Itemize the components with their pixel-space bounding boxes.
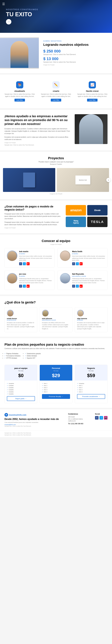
testimonial-text-0: Excepteur sint occaecat proident. Curabi…: [7, 322, 35, 330]
team-card-2: jon ross DISEÑO Pellentesque blandit met…: [5, 271, 55, 290]
testimonials-title: ¿Qué dice la gente?: [5, 300, 107, 304]
about-image-caption: Imagen de Freepik: [43, 64, 107, 66]
feature-icon-2: 📈: [89, 81, 96, 88]
pricing-per-f3: vino 3: [42, 389, 70, 390]
mission-desc2: Excepteur sint occaecat proident, sunt i…: [5, 136, 70, 141]
team-desc-3: Pellentesque blandit metus proin ut. Sus…: [72, 278, 105, 284]
footer-email[interactable]: muestra@info.com: [5, 424, 65, 426]
pricing-btn-free[interactable]: Seguir gratis →: [7, 396, 35, 401]
pricing-per-f1: vino 1: [42, 385, 70, 386]
team-desc-0: More lorem ipsum dolor mollis sit amet. …: [19, 255, 52, 262]
feature-btn-1[interactable]: Leer Más: [51, 99, 61, 102]
footer-logo-icon: ✉: [5, 413, 8, 416]
pricing-pro-f2: vino 2: [77, 387, 105, 388]
feature-btn-2[interactable]: Leer Más: [87, 99, 97, 102]
partner-logo-tesla: TESLA: [87, 217, 107, 227]
testimonial-name-0: estela larson: [7, 318, 35, 320]
feature-text-0: Sample text. Click to select the text bo…: [5, 93, 35, 98]
team-card-3: Neil Reynolds DESARROLLADOR Pellentesque…: [57, 271, 107, 290]
footer-social-title: Social: [95, 413, 107, 415]
team-tw-3[interactable]: t: [76, 285, 79, 288]
pricing-btn-pro[interactable]: Proceder anualmente →: [77, 394, 105, 399]
pricing-btn-personal[interactable]: Procesar Anually →: [42, 394, 70, 399]
footer-sample: Sample text. Click to select the Text El…: [5, 426, 65, 427]
feature-text-1: Sample text. Click to select the text bo…: [41, 93, 71, 98]
team-yt-3[interactable]: ▶: [80, 285, 83, 288]
pricing-plan-name-2: Negocio: [77, 367, 105, 369]
pricing-free-f1: Canales: [7, 385, 35, 386]
pricing-intro: Comience a utilizar como alojamiento par…: [5, 348, 107, 350]
feature-title-0: visualizarlo: [5, 90, 35, 92]
team-yt-0[interactable]: ▶: [27, 262, 30, 265]
pricing-pro-f3: vino 3: [77, 389, 105, 390]
footer-contact: Contáctenos 25th Mulah201 ur sublimend u…: [68, 413, 92, 424]
team-grid: bob martin DISEÑO More lorem ipsum dolor…: [5, 248, 107, 290]
team-name-1: Maria Smith: [72, 250, 105, 252]
team-fb-3[interactable]: f: [72, 285, 75, 288]
testimonial-role-0: DISEÑADOR: [7, 320, 35, 321]
slider-next-arrow[interactable]: ›: [106, 178, 110, 182]
partners-title: ¿Gran volumen de pagos o modelo de negoc…: [5, 205, 63, 211]
pricing-free-f4: Canales: [7, 391, 35, 392]
team-name-3: Neil Reynolds: [72, 273, 105, 275]
mission-image-caption: Imagen de Freepik: [5, 142, 70, 144]
partner-logo-rising: RisingAgency: [66, 217, 86, 227]
partner-logo-elevate: Elevate: [87, 205, 107, 216]
pricing-pro-f1: vino 1: [77, 385, 105, 386]
projects-image-caption: Imagenes de Freepik: [3, 193, 109, 194]
footer-copyright: Sample text. Click to select the Text El…: [5, 432, 107, 434]
team-yt-1[interactable]: ▶: [80, 262, 83, 265]
about-section: sobre nosotros Logrando nuestros objetiv…: [0, 33, 112, 73]
pricing-extra-0: Subdominios gratuito: [25, 353, 41, 354]
project-thumb-2: Business Card: [57, 168, 109, 192]
footer-social: Social f t 📷: [95, 413, 107, 420]
team-card-0: bob martin DISEÑO More lorem ipsum dolor…: [5, 248, 55, 268]
testimonial-name-1: nick johnson: [42, 318, 70, 320]
hero-arrow-button[interactable]: →: [6, 19, 11, 24]
partners-logos-grid: amazon Elevate RisingAgency TESLA: [66, 205, 107, 227]
footer-instagram-icon[interactable]: 📷: [104, 416, 107, 420]
partners-desc1: Paragraph ipsum dolor sit amet, consecte…: [5, 213, 63, 220]
projects-quote: "Puedes hacer cualquier cosa que te prop…: [3, 161, 109, 163]
pricing-section: Plan de precios pequeños para tu negocio…: [0, 338, 112, 408]
testimonial-card-2: olga ivanova DISEÑO Excepteur sint occae…: [75, 307, 107, 332]
partners-desc2: Paragraph ipsum dolor sit amet, consecte…: [5, 221, 63, 226]
pricing-card-personal: Personal Por mes $29 vino 1 vino 1 vino …: [40, 365, 72, 403]
testimonial-role-1: DESARROLLADOR: [42, 320, 70, 321]
testimonial-role-2: DISEÑO: [77, 320, 105, 321]
team-role-1: DISEÑO: [72, 253, 105, 254]
team-tw-0[interactable]: t: [23, 262, 26, 265]
mission-section: ¡Hemos ayudado a las empresas a aumentar…: [0, 110, 112, 150]
team-fb-0[interactable]: f: [19, 262, 22, 265]
testimonial-card-0: estela larson DISEÑADOR Excepteur sint o…: [5, 307, 37, 332]
hero-subtitle: nosotros construimos: [6, 8, 38, 10]
pricing-title: Plan de precios pequeños para tu negocio…: [5, 343, 107, 346]
mission-sample: Sample text. Click to select the Text El…: [5, 144, 70, 146]
pricing-per-f4: vino 4: [42, 391, 70, 392]
team-yt-2[interactable]: ▶: [27, 285, 30, 288]
team-tw-1[interactable]: t: [76, 262, 79, 265]
pricing-price-2: $59: [77, 373, 105, 378]
footer-facebook-icon[interactable]: f: [95, 416, 98, 420]
team-name-0: bob martin: [19, 250, 52, 252]
footer-twitter-icon[interactable]: t: [99, 416, 103, 420]
footer-phone: Tel: (111) 360 336 663: [68, 423, 92, 424]
pricing-plan-name-0: para el equipo: [7, 367, 35, 369]
pricing-extra-2: Soporte 24/7: [25, 357, 41, 359]
team-fb-1[interactable]: f: [72, 262, 75, 265]
pricing-per-f2: vino 2: [42, 387, 70, 388]
feature-btn-0[interactable]: Leer Más: [15, 99, 25, 102]
team-desc-1: More lorem ipsum dolor mollis sit amet. …: [72, 255, 105, 262]
testimonial-avatar-0: [7, 310, 14, 316]
team-avatar-2: [7, 273, 17, 284]
testimonials-grid: estela larson DISEÑADOR Excepteur sint o…: [5, 307, 107, 332]
testimonial-avatar-1: [42, 310, 49, 316]
team-tw-2[interactable]: t: [23, 285, 26, 288]
team-fb-2[interactable]: f: [19, 285, 22, 288]
team-avatar-0: [7, 250, 17, 261]
feature-title-2: Hacélo crecer: [77, 90, 107, 92]
about-tag: sobre nosotros: [43, 40, 107, 42]
feature-card-2: 📈 Hacélo crecer Sample text. Click to se…: [76, 79, 109, 104]
footer-desc: Cras euismod hendrerit purus arcu vulput…: [5, 422, 65, 423]
footer-logo: ✉ muestra@info.com: [5, 413, 65, 416]
